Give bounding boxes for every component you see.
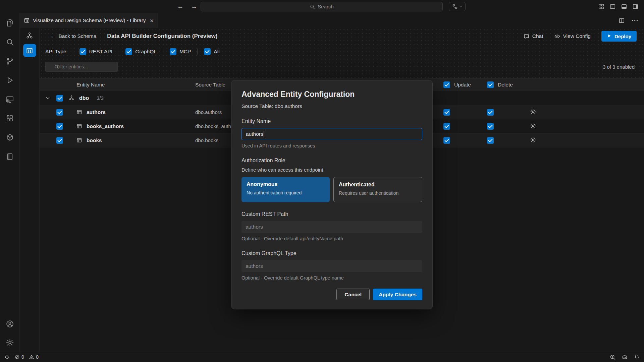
deploy-button[interactable]: Deploy: [601, 31, 637, 42]
explorer-icon[interactable]: [6, 19, 14, 27]
chat-label: Chat: [532, 33, 543, 39]
notifications-bell-icon[interactable]: [634, 354, 640, 360]
entity-name-input[interactable]: authors: [241, 128, 422, 140]
layout-grid-icon[interactable]: [598, 3, 604, 10]
database-cube-icon[interactable]: [6, 133, 14, 142]
tab-title: Visualize and Design Schema (Preview) - …: [33, 17, 146, 23]
role-title: Anonymous: [247, 181, 325, 187]
update-checkbox[interactable]: [443, 123, 450, 130]
warning-count: 0: [36, 354, 39, 360]
update-checkbox[interactable]: [443, 137, 450, 144]
update-all-checkbox[interactable]: [443, 81, 450, 88]
apply-changes-button[interactable]: Apply Changes: [373, 289, 422, 300]
source-control-icon[interactable]: [6, 57, 14, 65]
copilot-icon[interactable]: [622, 354, 628, 360]
view-config-label: View Config: [563, 33, 591, 39]
tab-close-icon[interactable]: ×: [150, 17, 154, 24]
row-settings-gear-icon[interactable]: [530, 137, 536, 143]
rest-path-placeholder: authors: [246, 224, 263, 230]
schema-designer-icon: [24, 17, 30, 23]
library-book-icon[interactable]: [6, 153, 14, 161]
row-checkbox[interactable]: [56, 123, 63, 130]
editor-more-actions-icon[interactable]: ···: [632, 17, 639, 24]
dialog-title: Advanced Entity Configuration: [241, 90, 422, 99]
play-icon: [607, 34, 611, 39]
warnings-status[interactable]: 0: [29, 354, 39, 360]
server-disconnected-icon[interactable]: [6, 95, 14, 104]
settings-gear-icon[interactable]: [6, 339, 14, 347]
workflow-icon: [452, 4, 458, 9]
view-config-button[interactable]: View Config: [554, 33, 591, 40]
chat-button[interactable]: Chat: [523, 33, 543, 40]
chevron-down-icon: [459, 5, 463, 8]
row-checkbox[interactable]: [56, 137, 63, 144]
delete-checkbox[interactable]: [487, 109, 494, 116]
cancel-button[interactable]: Cancel: [336, 289, 370, 300]
visualize-schema-tool-icon[interactable]: [26, 32, 33, 39]
all-checkbox[interactable]: [204, 48, 211, 55]
advanced-entity-configuration-dialog: Advanced Entity Configuration Source Tab…: [231, 80, 433, 309]
command-center-search[interactable]: Search: [201, 2, 443, 11]
delete-all-checkbox[interactable]: [487, 81, 494, 88]
col-source-table: Source Table: [195, 78, 225, 91]
role-title: Authenticated: [339, 182, 417, 188]
graphql-type-placeholder: authors: [246, 263, 263, 269]
delete-checkbox[interactable]: [487, 137, 494, 144]
graphql-checkbox[interactable]: [125, 48, 132, 55]
extensions-icon[interactable]: [6, 114, 14, 123]
chat-icon: [523, 33, 530, 40]
custom-rest-path-input[interactable]: authors: [241, 221, 422, 233]
col-update: Update: [454, 78, 471, 91]
update-checkbox[interactable]: [443, 109, 450, 116]
chevron-down-icon[interactable]: [45, 95, 51, 101]
text-caret: [264, 131, 264, 137]
entity-name: books: [87, 133, 102, 147]
dab-header: ← Back to Schema Data API Builder Config…: [40, 28, 644, 78]
remote-indicator-icon[interactable]: [4, 354, 10, 360]
back-to-schema-link[interactable]: ← Back to Schema: [50, 33, 96, 39]
warning-icon: [29, 354, 34, 360]
run-debug-icon[interactable]: [6, 76, 14, 84]
workflow-menu-button[interactable]: [449, 2, 466, 11]
graphql-label: GraphQL: [135, 49, 157, 55]
rest-api-checkbox[interactable]: [79, 48, 86, 55]
errors-status[interactable]: 0: [14, 354, 24, 360]
account-icon[interactable]: [6, 320, 14, 328]
search-sidebar-icon[interactable]: [6, 38, 14, 46]
row-settings-gear-icon[interactable]: [530, 123, 536, 129]
role-option-anonymous[interactable]: Anonymous No authentication required: [241, 177, 330, 202]
zoom-in-icon[interactable]: [609, 354, 616, 360]
source-table: dbo.books: [195, 133, 218, 147]
schema-designer-toolbar: [20, 28, 40, 352]
titlebar: ← → Search: [0, 0, 644, 13]
history-forward-icon[interactable]: →: [191, 3, 197, 10]
tab-visualize-schema[interactable]: Visualize and Design Schema (Preview) - …: [20, 13, 158, 28]
table-icon: [76, 109, 82, 115]
api-type-label: API Type: [45, 49, 66, 55]
tab-strip: Visualize and Design Schema (Preview) - …: [20, 13, 644, 28]
row-settings-gear-icon[interactable]: [530, 109, 536, 115]
col-delete: Delete: [498, 78, 513, 91]
all-label: All: [214, 49, 219, 55]
history-back-icon[interactable]: ←: [177, 3, 183, 10]
entity-name-hint: Used in API routes and responses: [241, 143, 422, 148]
custom-graphql-type-input[interactable]: authors: [241, 260, 422, 272]
entity-name-value: authors: [246, 131, 263, 137]
mcp-checkbox[interactable]: [170, 48, 176, 55]
row-checkbox[interactable]: [56, 109, 63, 116]
toggle-primary-sidebar-icon[interactable]: [609, 3, 616, 10]
status-bar: 0 0: [0, 352, 644, 362]
data-api-builder-tool-button[interactable]: [23, 44, 36, 57]
role-option-authenticated[interactable]: Authenticated Requires user authenticati…: [333, 177, 422, 202]
entity-name: authors: [87, 105, 106, 119]
source-table: dbo.authors: [195, 105, 222, 119]
toggle-panel-icon[interactable]: [621, 3, 627, 10]
group-name: dbo: [79, 91, 89, 105]
group-checkbox[interactable]: [56, 95, 63, 102]
split-editor-icon[interactable]: [619, 17, 625, 24]
custom-rest-path-label: Custom REST Path: [241, 211, 422, 217]
toggle-secondary-sidebar-icon[interactable]: [632, 3, 639, 10]
delete-checkbox[interactable]: [487, 123, 494, 130]
deploy-label: Deploy: [614, 34, 631, 39]
rest-api-label: REST API: [89, 49, 113, 55]
